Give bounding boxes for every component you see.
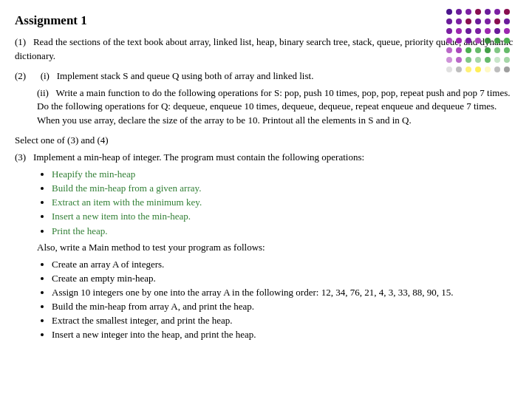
- list-item: Extract an item with the minimum key.: [52, 196, 517, 209]
- section-2-part-i-label: (i): [41, 70, 50, 81]
- section-1-text: Read the sections of the text book about…: [15, 36, 513, 61]
- section-3-label: (3): [15, 151, 26, 163]
- list-item: Print the heap.: [52, 225, 517, 238]
- page-title: Assignment 1: [15, 13, 517, 28]
- list-item: Insert a new item into the min-heap.: [52, 210, 517, 223]
- section-3-intro: Implement a min-heap of integer. The pro…: [33, 151, 364, 163]
- section-2-part-ii-text: Write a main function to do the followin…: [37, 87, 510, 126]
- section-2-label: (2): [15, 70, 26, 81]
- page: Assignment 1 (1) Read the sections of th…: [0, 0, 532, 399]
- dot-grid-decoration: [443, 7, 525, 74]
- section-1-label: (1): [15, 36, 26, 47]
- section-3-also-bullets: Create an array A of integers. Create an…: [52, 258, 517, 342]
- list-item: Extract the smallest integer, and print …: [52, 314, 517, 327]
- section-3: (3) Implement a min-heap of integer. The…: [15, 151, 517, 342]
- list-item: Build the min-heap from a given array.: [52, 182, 517, 195]
- section-3-also: Also, write a Main method to test your p…: [37, 241, 517, 255]
- list-item: Create an empty min-heap.: [52, 272, 517, 285]
- list-item: Assign 10 integers one by one into the a…: [52, 286, 517, 299]
- section-2-part-ii-label: (ii): [37, 87, 49, 98]
- list-item: Create an array A of integers.: [52, 258, 517, 271]
- list-item: Insert a new integer into the heap, and …: [52, 328, 517, 341]
- section-3-bullets: Heapify the min-heap Build the min-heap …: [52, 168, 517, 238]
- section-2-part-i-text: Implement stack S and queue Q using both…: [57, 70, 314, 81]
- section-1: (1) Read the sections of the text book a…: [15, 35, 517, 64]
- list-item: Build the min-heap from array A, and pri…: [52, 300, 517, 313]
- list-item: Heapify the min-heap: [52, 168, 517, 181]
- select-label: Select one of (3) and (4): [15, 134, 517, 148]
- section-2: (2) (i) Implement stack S and queue Q us…: [15, 69, 517, 128]
